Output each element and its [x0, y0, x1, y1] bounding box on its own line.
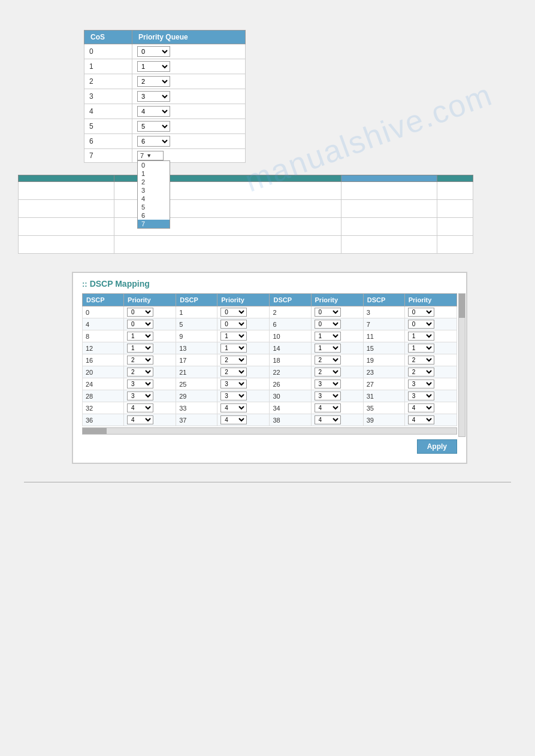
dscp-scrollbar-v[interactable]: [458, 293, 466, 437]
dscp-priority-cell: 01234567: [311, 306, 363, 318]
dscp-priority-select[interactable]: 01234567: [127, 391, 153, 400]
dscp-priority-select[interactable]: 01234567: [408, 308, 434, 317]
mid-cell: [114, 236, 341, 254]
dscp-priority-select[interactable]: 01234567: [408, 320, 434, 329]
dscp-priority-select[interactable]: 01234567: [408, 379, 434, 388]
dropdown-option[interactable]: 6: [138, 211, 170, 220]
dscp-priority-select[interactable]: 01234567: [408, 344, 434, 353]
dscp-priority-select[interactable]: 01234567: [220, 356, 247, 365]
middle-table: [18, 175, 473, 254]
dscp-row: 401234567501234567601234567701234567: [83, 318, 457, 330]
dscp-priority-cell: 01234567: [311, 414, 363, 426]
dscp-number: 27: [363, 378, 404, 390]
dscp-priority-select[interactable]: 01234567: [315, 308, 341, 317]
dscp-priority-select[interactable]: 01234567: [315, 391, 341, 400]
dscp-priority-select[interactable]: 01234567: [220, 379, 247, 388]
dscp-priority-select[interactable]: 01234567: [408, 391, 434, 400]
dscp-priority-select[interactable]: 01234567: [220, 308, 247, 317]
dscp-priority-select[interactable]: 01234567: [220, 391, 247, 400]
dropdown-option[interactable]: 0: [138, 161, 170, 169]
dscp-number: 12: [83, 342, 124, 354]
dscp-number: 9: [176, 330, 217, 342]
dscp-priority-select[interactable]: 01234567: [408, 403, 434, 412]
dscp-priority-select[interactable]: 01234567: [220, 320, 247, 329]
dscp-priority-select[interactable]: 01234567: [315, 320, 341, 329]
mid-cell: [19, 218, 114, 236]
dscp-priority-cell: 01234567: [124, 414, 176, 426]
dropdown-option[interactable]: 1: [138, 169, 170, 178]
dscp-priority-select[interactable]: 01234567: [127, 356, 153, 365]
dscp-number: 4: [83, 318, 124, 330]
dscp-row: 1201234567130123456714012345671501234567: [83, 342, 457, 354]
dscp-priority-select[interactable]: 01234567: [220, 415, 247, 424]
dscp-priority-select[interactable]: 01234567: [408, 415, 434, 424]
dscp-priority-select[interactable]: 01234567: [315, 344, 341, 353]
dscp-priority-select[interactable]: 01234567: [408, 368, 434, 377]
mid-cell: [341, 236, 437, 254]
dropdown-option[interactable]: 3: [138, 186, 170, 195]
dropdown-option[interactable]: 2: [138, 178, 170, 186]
dropdown-open-container: 7 ▼01234567: [137, 151, 240, 160]
dscp-priority-select[interactable]: 01234567: [127, 368, 153, 377]
priority-select[interactable]: 01234567: [137, 121, 170, 132]
dscp-number: 35: [363, 402, 404, 414]
dropdown-option[interactable]: 4: [138, 195, 170, 203]
dscp-priority-select[interactable]: 01234567: [220, 344, 247, 353]
cos-value: 5: [84, 119, 132, 134]
priority-select[interactable]: 01234567: [137, 136, 170, 147]
dropdown-trigger[interactable]: 7 ▼: [137, 151, 164, 160]
cos-row: 77 ▼01234567: [84, 149, 246, 163]
dscp-number: 37: [176, 414, 217, 426]
dscp-scroll-thumb[interactable]: [459, 294, 465, 318]
dscp-priority-select[interactable]: 01234567: [315, 368, 341, 377]
dscp-priority-select[interactable]: 01234567: [315, 379, 341, 388]
mid-row: [19, 182, 473, 200]
priority-select[interactable]: 01234567: [137, 61, 170, 72]
dropdown-list: 01234567: [137, 160, 170, 229]
dropdown-option[interactable]: 5: [138, 203, 170, 211]
dscp-priority-select[interactable]: 01234567: [315, 415, 341, 424]
dscp-priority-cell: 01234567: [124, 366, 176, 378]
dscp-priority-select[interactable]: 01234567: [315, 356, 341, 365]
dscp-priority-cell: 01234567: [124, 402, 176, 414]
dscp-priority-select[interactable]: 01234567: [127, 308, 153, 317]
dscp-priority-select[interactable]: 01234567: [220, 332, 247, 341]
dscp-priority-select[interactable]: 01234567: [315, 332, 341, 341]
dscp-scrollbar-h[interactable]: [82, 427, 457, 435]
cos-row: 201234567: [84, 74, 246, 89]
cos-row: 401234567: [84, 104, 246, 119]
apply-btn-row: Apply: [82, 439, 457, 454]
dscp-priority-select[interactable]: 01234567: [127, 320, 153, 329]
dropdown-option[interactable]: 7: [138, 220, 170, 228]
cos-value: 6: [84, 134, 132, 149]
dscp-number: 5: [176, 318, 217, 330]
dscp-scroll-thumb-h[interactable]: [83, 428, 107, 434]
dscp-priority-cell: 01234567: [217, 390, 270, 402]
dscp-priority-select[interactable]: 01234567: [408, 332, 434, 341]
priority-select[interactable]: 01234567: [137, 91, 170, 102]
priority-select[interactable]: 01234567: [137, 46, 170, 57]
dscp-priority-select[interactable]: 01234567: [127, 344, 153, 353]
dscp-priority-cell: 01234567: [404, 390, 457, 402]
dscp-priority-select[interactable]: 01234567: [127, 332, 153, 341]
dscp-priority-select[interactable]: 01234567: [127, 403, 153, 412]
dscp-title-text: DSCP Mapping: [90, 279, 150, 289]
dscp-number: 26: [270, 378, 311, 390]
mid-cell: [437, 182, 473, 200]
dscp-priority-cell: 01234567: [311, 342, 363, 354]
middle-section: [12, 175, 523, 254]
dscp-priority-cell: 01234567: [217, 318, 270, 330]
dscp-priority-select[interactable]: 01234567: [220, 368, 247, 377]
mid-cell: [437, 236, 473, 254]
cos-value: 7: [84, 149, 132, 163]
cos-priority-queue-section: CoS Priority Queue 001234567101234567201…: [84, 30, 523, 163]
apply-button[interactable]: Apply: [417, 439, 457, 454]
dscp-priority-select[interactable]: 01234567: [127, 415, 153, 424]
priority-select[interactable]: 01234567: [137, 106, 170, 117]
priority-select[interactable]: 01234567: [137, 76, 170, 87]
dscp-priority-cell: 01234567: [124, 390, 176, 402]
dscp-priority-select[interactable]: 01234567: [127, 379, 153, 388]
dscp-priority-select[interactable]: 01234567: [408, 356, 434, 365]
dscp-priority-select[interactable]: 01234567: [220, 403, 247, 412]
dscp-priority-select[interactable]: 01234567: [315, 403, 341, 412]
